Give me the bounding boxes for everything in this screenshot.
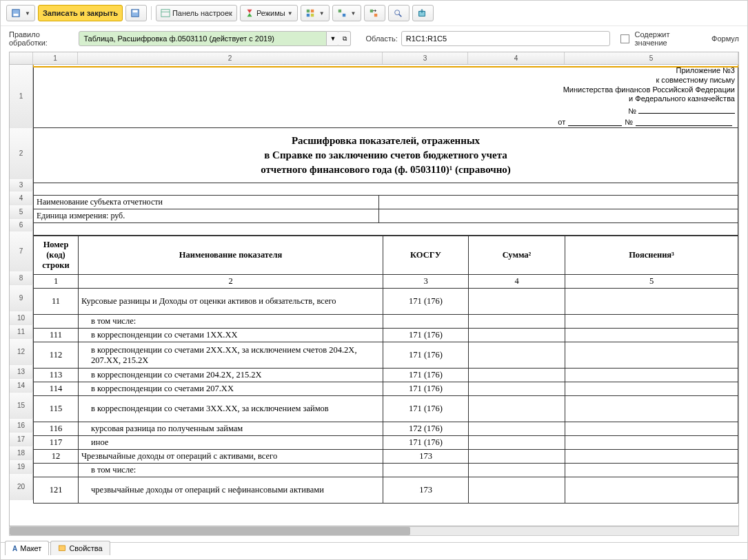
save-button[interactable] — [125, 5, 147, 21]
tool-button-2[interactable]: ▼ — [332, 5, 361, 21]
row-header[interactable]: 17 — [10, 433, 33, 446]
cell-notes[interactable] — [565, 315, 738, 329]
cell-sum[interactable] — [469, 464, 565, 477]
cell-name[interactable]: Чрезвычайные доходы от операций с актива… — [79, 450, 383, 464]
row-header[interactable]: 12 — [10, 339, 33, 365]
cell-sum[interactable] — [469, 342, 565, 369]
col-header[interactable]: 5 — [565, 52, 738, 64]
cell-kosgu[interactable]: 171 (176) — [383, 369, 469, 382]
cell-code[interactable]: 116 — [34, 422, 79, 436]
cell-notes[interactable] — [565, 369, 738, 382]
cell-notes[interactable] — [565, 289, 738, 315]
cell-code[interactable]: 11 — [34, 289, 79, 315]
corner-cell[interactable] — [10, 52, 33, 64]
row-header[interactable]: 19 — [10, 460, 33, 474]
row-header[interactable]: 14 — [10, 379, 33, 393]
cell-sum[interactable] — [469, 329, 565, 342]
contains-value-checkbox[interactable] — [620, 34, 629, 43]
tool-button-3[interactable] — [364, 5, 385, 21]
cell-kosgu[interactable] — [383, 315, 469, 329]
cell-code[interactable] — [34, 464, 79, 477]
rule-open-button[interactable]: ⧉ — [338, 31, 351, 46]
row-header[interactable]: 9 — [10, 285, 33, 311]
cell-name[interactable]: в корреспонденции со счетами 2XX.XX, за … — [79, 342, 383, 369]
cell-kosgu[interactable]: 171 (176) — [383, 329, 469, 342]
tab-layout[interactable]: A Макет — [5, 541, 49, 555]
cell-sum[interactable] — [469, 396, 565, 422]
cell-notes[interactable] — [565, 450, 738, 464]
cell-kosgu[interactable]: 173 — [383, 450, 469, 464]
cell-notes[interactable] — [565, 382, 738, 396]
cell-notes[interactable] — [565, 329, 738, 342]
cell-name[interactable]: в корреспонденции со счетами 1XX.XX — [79, 329, 383, 342]
area-field[interactable]: R1C1:R1C5 — [401, 31, 610, 46]
col-header[interactable]: 4 — [468, 52, 565, 64]
row-header[interactable]: 6 — [10, 219, 33, 231]
cell-code[interactable]: 113 — [34, 369, 79, 382]
row-header[interactable]: 3 — [10, 179, 33, 191]
cell-name[interactable]: иное — [79, 436, 383, 450]
tool-button-1[interactable]: ▼ — [301, 5, 330, 21]
cell-code[interactable]: 121 — [34, 477, 79, 504]
cell-code[interactable] — [34, 315, 79, 329]
cell-name[interactable]: в том числе: — [79, 464, 383, 477]
cell-kosgu[interactable]: 172 (176) — [383, 422, 469, 436]
cell-sum[interactable] — [469, 382, 565, 396]
cell-sum[interactable] — [469, 315, 565, 329]
cell-name[interactable]: Курсовые разницы и Доходы от оценки акти… — [79, 289, 383, 315]
cell-kosgu[interactable]: 173 — [383, 477, 469, 504]
cell-code[interactable]: 115 — [34, 396, 79, 422]
row-header[interactable]: 10 — [10, 311, 33, 325]
row-header[interactable]: 18 — [10, 446, 33, 460]
save-dropdown-button[interactable]: ▼ — [6, 5, 35, 21]
row-header[interactable]: 4 — [10, 191, 33, 205]
rule-field[interactable]: Таблица, Расшифровка ф.0503110 (действуе… — [79, 31, 327, 46]
horizontal-scrollbar[interactable] — [9, 526, 739, 536]
cells-area[interactable]: Приложение №3 к совместному письму Минис… — [33, 65, 738, 526]
cell-sum[interactable] — [469, 477, 565, 504]
cell-sum[interactable] — [469, 450, 565, 464]
tab-props[interactable]: Свойства — [50, 541, 110, 555]
cell-name[interactable]: в корреспонденции со счетами 207.XX — [79, 382, 383, 396]
modes-button[interactable]: Режимы▼ — [240, 5, 298, 21]
cell-code[interactable]: 12 — [34, 450, 79, 464]
settings-panel-button[interactable]: Панель настроек — [156, 5, 237, 21]
row-header[interactable]: 7 — [10, 231, 33, 271]
cell-code[interactable]: 111 — [34, 329, 79, 342]
cell-kosgu[interactable]: 171 (176) — [383, 382, 469, 396]
cell-kosgu[interactable]: 171 (176) — [383, 396, 469, 422]
cell-notes[interactable] — [565, 436, 738, 450]
row-header[interactable]: 1 — [10, 65, 33, 128]
cell-notes[interactable] — [565, 422, 738, 436]
cell-kosgu[interactable]: 171 (176) — [383, 289, 469, 315]
cell-notes[interactable] — [565, 342, 738, 369]
cell-kosgu[interactable]: 171 (176) — [383, 342, 469, 369]
cell-name[interactable]: в корреспонденции со счетами 3XX.XX, за … — [79, 396, 383, 422]
cell-code[interactable]: 114 — [34, 382, 79, 396]
row-header[interactable]: 15 — [10, 393, 33, 419]
cell-name[interactable]: чрезвычайные доходы от операций с нефина… — [79, 477, 383, 504]
save-close-button[interactable]: Записать и закрыть — [38, 5, 123, 21]
row-header[interactable]: 8 — [10, 271, 33, 285]
cell-sum[interactable] — [469, 289, 565, 315]
col-header[interactable]: 1 — [33, 52, 78, 64]
cell-name[interactable]: в том числе: — [79, 315, 383, 329]
tool-button-5[interactable] — [412, 5, 434, 21]
col-header[interactable]: 2 — [78, 52, 383, 64]
row-header[interactable]: 13 — [10, 365, 33, 379]
row-header[interactable]: 20 — [10, 474, 33, 500]
scrollbar-thumb[interactable] — [10, 527, 410, 535]
row-header[interactable]: 2 — [10, 128, 33, 179]
cell-code[interactable]: 112 — [34, 342, 79, 369]
tool-button-4[interactable] — [388, 5, 410, 21]
cell-kosgu[interactable] — [383, 464, 469, 477]
cell-sum[interactable] — [469, 436, 565, 450]
cell-name[interactable]: в корреспонденции со счетами 204.2X, 215… — [79, 369, 383, 382]
cell-name[interactable]: курсовая разница по полученным займам — [79, 422, 383, 436]
cell-code[interactable]: 117 — [34, 436, 79, 450]
row-header[interactable]: 5 — [10, 205, 33, 219]
row-header[interactable]: 16 — [10, 419, 33, 433]
cell-notes[interactable] — [565, 464, 738, 477]
col-header[interactable]: 3 — [383, 52, 468, 64]
cell-notes[interactable] — [565, 477, 738, 504]
